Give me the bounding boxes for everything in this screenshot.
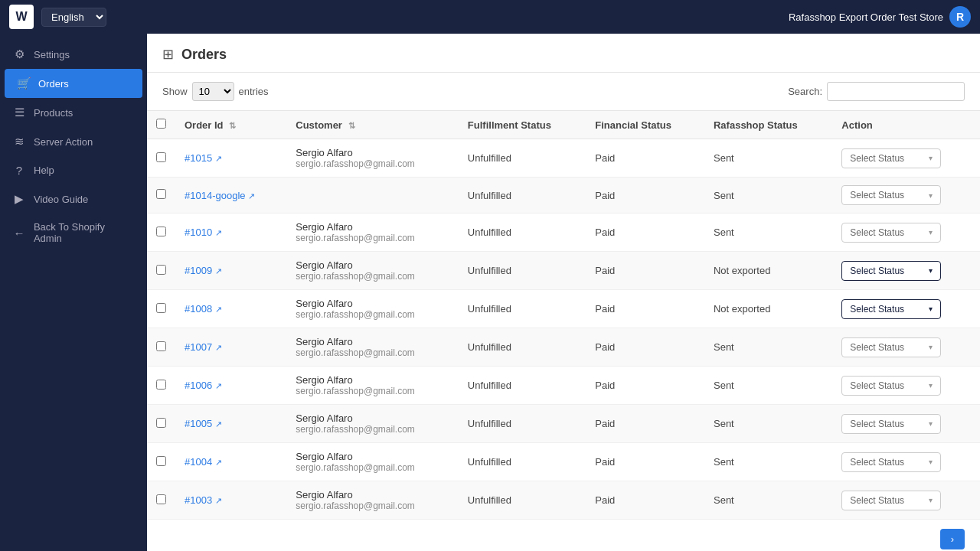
products-icon: ☰ xyxy=(12,106,26,119)
select-status-button[interactable]: Select Status ▾ xyxy=(841,376,941,396)
dropdown-caret-icon: ▾ xyxy=(929,266,933,275)
sidebar-item-video-guide[interactable]: ▶ Video Guide xyxy=(0,184,147,214)
nav-left: W English Spanish xyxy=(9,5,106,29)
row-action: Select Status ▾ xyxy=(832,328,980,367)
row-rafasshop-status: Sent xyxy=(704,443,832,481)
table-row: #1008 ↗ Sergio Alfaro sergio.rafasshop@g… xyxy=(147,290,980,328)
select-status-label: Select Status xyxy=(850,457,904,468)
order-id-link[interactable]: #1006 ↗ xyxy=(185,380,222,391)
order-id-link[interactable]: #1010 ↗ xyxy=(185,227,222,238)
row-checkbox-2[interactable] xyxy=(156,227,166,236)
customer-name: Sergio Alfaro xyxy=(296,412,449,424)
select-status-button[interactable]: Select Status ▾ xyxy=(841,185,941,205)
row-order-id: #1010 ↗ xyxy=(175,214,286,252)
sidebar-item-back-to-shopify[interactable]: ← Back To Shopify Admin xyxy=(0,214,147,252)
row-order-id: #1005 ↗ xyxy=(175,405,286,443)
sidebar-item-server-action[interactable]: ≋ Server Action xyxy=(0,127,147,156)
row-rafasshop-status: Sent xyxy=(704,405,832,443)
order-id-link[interactable]: #1015 ↗ xyxy=(185,152,222,164)
next-page-button[interactable]: › xyxy=(940,529,965,549)
order-id-link[interactable]: #1004 ↗ xyxy=(185,456,222,468)
language-selector[interactable]: English Spanish xyxy=(41,8,106,27)
row-checkbox-1[interactable] xyxy=(156,189,166,199)
select-status-label: Select Status xyxy=(850,227,904,238)
select-status-label: Select Status xyxy=(850,304,904,315)
customer-name: Sergio Alfaro xyxy=(296,451,449,462)
row-checkbox-7[interactable] xyxy=(156,418,166,428)
row-rafasshop-status: Sent xyxy=(704,178,832,214)
row-fulfillment-status: Unfulfilled xyxy=(459,290,586,328)
row-checkbox-9[interactable] xyxy=(156,494,166,504)
row-checkbox-5[interactable] xyxy=(156,341,166,351)
select-status-button[interactable]: Select Status ▾ xyxy=(841,414,941,434)
row-checkbox-cell xyxy=(147,367,175,405)
row-rafasshop-status: Not exported xyxy=(704,290,832,328)
search-input[interactable] xyxy=(827,82,965,101)
row-customer: Sergio Alfaro sergio.rafasshop@gmail.com xyxy=(286,443,459,481)
header-customer[interactable]: Customer ⇅ xyxy=(286,111,459,139)
sidebar-item-orders[interactable]: 🛒 Orders xyxy=(5,69,142,98)
row-checkbox-cell xyxy=(147,178,175,214)
select-status-button[interactable]: Select Status ▾ xyxy=(841,337,941,357)
sort-icon-order-id: ⇅ xyxy=(229,121,236,130)
header-checkbox-cell xyxy=(147,111,175,139)
row-customer: Sergio Alfaro sergio.rafasshop@gmail.com xyxy=(286,290,459,328)
order-id-link[interactable]: #1007 ↗ xyxy=(185,341,222,353)
table-controls: Show 10 25 50 100 entries Search: xyxy=(147,73,980,110)
row-checkbox-4[interactable] xyxy=(156,303,166,313)
order-id-link[interactable]: #1008 ↗ xyxy=(185,303,222,315)
customer-email: sergio.rafasshop@gmail.com xyxy=(296,386,449,396)
order-id-link[interactable]: #1005 ↗ xyxy=(185,418,222,429)
row-rafasshop-status: Sent xyxy=(704,367,832,405)
main-content: ⊞ Orders Show 10 25 50 100 entries Searc… xyxy=(147,34,980,551)
select-status-button[interactable]: Select Status ▾ xyxy=(841,223,941,243)
row-rafasshop-status: Sent xyxy=(704,214,832,252)
orders-icon: 🛒 xyxy=(17,77,31,90)
sidebar-label-server-action: Server Action xyxy=(34,136,93,148)
row-checkbox-cell xyxy=(147,139,175,178)
row-checkbox-cell xyxy=(147,443,175,481)
select-status-button[interactable]: Select Status ▾ xyxy=(841,452,941,472)
external-link-icon: ↗ xyxy=(215,458,222,467)
order-id-link[interactable]: #1009 ↗ xyxy=(185,265,222,276)
row-checkbox-6[interactable] xyxy=(156,380,166,390)
page-layout: ⚙ Settings 🛒 Orders ☰ Products ≋ Server … xyxy=(0,34,980,551)
dropdown-caret-icon: ▾ xyxy=(929,343,933,351)
row-fulfillment-status: Unfulfilled xyxy=(459,443,586,481)
row-financial-status: Paid xyxy=(586,178,704,214)
orders-page-icon: ⊞ xyxy=(162,46,174,63)
header-order-id[interactable]: Order Id ⇅ xyxy=(175,111,286,139)
row-rafasshop-status: Not exported xyxy=(704,252,832,290)
row-fulfillment-status: Unfulfilled xyxy=(459,367,586,405)
select-status-button[interactable]: Select Status ▾ xyxy=(841,299,941,319)
row-customer: Sergio Alfaro sergio.rafasshop@gmail.com xyxy=(286,328,459,367)
row-financial-status: Paid xyxy=(586,481,704,520)
row-financial-status: Paid xyxy=(586,290,704,328)
sidebar-item-products[interactable]: ☰ Products xyxy=(0,98,147,127)
select-status-button[interactable]: Select Status ▾ xyxy=(841,148,941,168)
table-row: #1005 ↗ Sergio Alfaro sergio.rafasshop@g… xyxy=(147,405,980,443)
select-status-button[interactable]: Select Status ▾ xyxy=(841,491,941,510)
search-box: Search: xyxy=(788,82,965,101)
entries-select[interactable]: 10 25 50 100 xyxy=(192,82,234,101)
order-id-link[interactable]: #1014-google ↗ xyxy=(185,190,255,201)
row-action: Select Status ▾ xyxy=(832,290,980,328)
sidebar-item-help[interactable]: ? Help xyxy=(0,156,147,184)
select-status-label: Select Status xyxy=(850,380,904,391)
select-all-checkbox[interactable] xyxy=(156,119,166,129)
external-link-icon: ↗ xyxy=(248,191,255,201)
row-checkbox-cell xyxy=(147,481,175,520)
select-status-button[interactable]: Select Status ▾ xyxy=(841,261,941,281)
external-link-icon: ↗ xyxy=(215,305,222,314)
external-link-icon: ↗ xyxy=(215,419,222,429)
order-id-link[interactable]: #1003 ↗ xyxy=(185,494,222,506)
table-row: #1007 ↗ Sergio Alfaro sergio.rafasshop@g… xyxy=(147,328,980,367)
row-rafasshop-status: Sent xyxy=(704,328,832,367)
sidebar-item-settings[interactable]: ⚙ Settings xyxy=(0,40,147,69)
row-checkbox-8[interactable] xyxy=(156,456,166,466)
customer-email: sergio.rafasshop@gmail.com xyxy=(296,233,449,243)
row-checkbox-0[interactable] xyxy=(156,152,166,162)
server-action-icon: ≋ xyxy=(12,135,26,148)
row-checkbox-cell xyxy=(147,214,175,252)
row-checkbox-3[interactable] xyxy=(156,265,166,275)
